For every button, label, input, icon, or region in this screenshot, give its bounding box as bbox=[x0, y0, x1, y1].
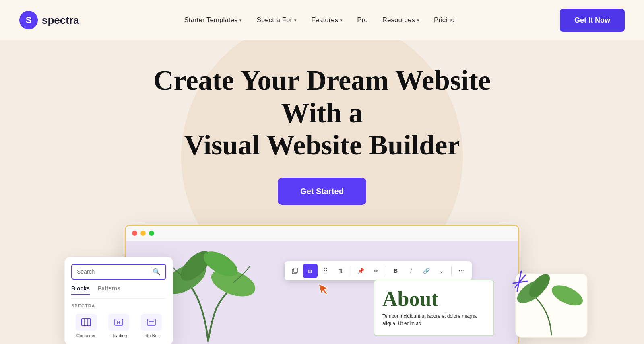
svg-rect-5 bbox=[147, 319, 155, 325]
sparkle-decoration bbox=[511, 269, 531, 295]
window-maximize-dot bbox=[149, 231, 154, 236]
window-close-dot bbox=[132, 231, 137, 236]
block-label-info-box: Info Box bbox=[143, 333, 159, 338]
blocks-tabs: Blocks Patterns bbox=[71, 285, 166, 299]
chevron-down-icon: ▾ bbox=[340, 18, 343, 23]
search-icon: 🔍 bbox=[153, 268, 161, 276]
nav-item-pricing[interactable]: Pricing bbox=[434, 16, 455, 24]
toolbar-heading-btn[interactable]: H bbox=[303, 264, 318, 278]
chevron-down-icon: ▾ bbox=[239, 18, 242, 23]
heading-icon: H bbox=[108, 314, 129, 331]
editor-toolbar: H ⠿ ⇅ 📌 ✏ B I 🔗 ⌄ ⋯ bbox=[285, 261, 472, 280]
builder-preview: 🔍 Blocks Patterns SPECTRA Containe bbox=[0, 225, 644, 344]
toolbar-divider bbox=[351, 266, 351, 276]
svg-rect-0 bbox=[82, 319, 91, 326]
search-input[interactable] bbox=[77, 268, 153, 275]
block-item-heading[interactable]: H Heading bbox=[104, 314, 133, 338]
editor-titlebar bbox=[126, 226, 518, 241]
toolbar-divider-3 bbox=[451, 266, 452, 276]
tab-blocks[interactable]: Blocks bbox=[71, 285, 90, 295]
chevron-down-icon: ▾ bbox=[417, 18, 419, 23]
nav-links: Starter Templates ▾ Spectra For ▾ Featur… bbox=[184, 16, 455, 24]
toolbar-link-btn[interactable]: 🔗 bbox=[419, 264, 433, 278]
svg-text:H: H bbox=[308, 268, 312, 274]
get-it-now-button[interactable]: Get It Now bbox=[560, 9, 625, 32]
toolbar-drag-btn[interactable]: ⠿ bbox=[318, 264, 333, 278]
about-box: About Tempor incididunt ut labore et dol… bbox=[374, 280, 494, 336]
toolbar-duplicate-btn[interactable] bbox=[288, 264, 302, 278]
toolbar-italic-btn[interactable]: I bbox=[404, 264, 418, 278]
window-minimize-dot bbox=[140, 231, 146, 236]
svg-rect-9 bbox=[294, 268, 298, 272]
svg-text:H: H bbox=[117, 320, 121, 325]
get-started-button[interactable]: Get Started bbox=[278, 178, 366, 205]
toolbar-edit-btn[interactable]: ✏ bbox=[369, 264, 383, 278]
block-label-container: Container bbox=[76, 333, 96, 338]
nav-item-pro[interactable]: Pro bbox=[357, 16, 367, 24]
hero-title: Create Your Dream Website With a Visual … bbox=[141, 64, 503, 162]
nav-item-resources[interactable]: Resources ▾ bbox=[382, 16, 419, 24]
blocks-search-box[interactable]: 🔍 bbox=[71, 264, 166, 280]
block-label-heading: Heading bbox=[111, 333, 127, 338]
logo-icon: S bbox=[19, 11, 38, 29]
tab-patterns[interactable]: Patterns bbox=[98, 285, 120, 295]
toolbar-dropdown-btn[interactable]: ⌄ bbox=[434, 264, 449, 278]
logo-text: spectra bbox=[42, 14, 79, 27]
nav-item-spectra-for[interactable]: Spectra For ▾ bbox=[256, 16, 297, 24]
container-icon bbox=[76, 314, 97, 331]
logo[interactable]: S spectra bbox=[19, 11, 79, 29]
nav-item-features[interactable]: Features ▾ bbox=[311, 16, 343, 24]
blocks-panel: 🔍 Blocks Patterns SPECTRA Containe bbox=[64, 257, 173, 344]
hero-section: Create Your Dream Website With a Visual … bbox=[0, 40, 644, 344]
nav-item-starter-templates[interactable]: Starter Templates ▾ bbox=[184, 16, 242, 24]
chevron-down-icon: ▾ bbox=[294, 18, 297, 23]
info-box-icon bbox=[141, 314, 162, 331]
block-item-info-box[interactable]: Info Box bbox=[137, 314, 166, 338]
blocks-section-label: SPECTRA bbox=[71, 303, 166, 308]
cursor-arrow bbox=[316, 280, 333, 300]
toolbar-divider-2 bbox=[386, 266, 386, 276]
toolbar-more-btn[interactable]: ⋯ bbox=[454, 264, 469, 278]
editor-content: H ⠿ ⇅ 📌 ✏ B I 🔗 ⌄ ⋯ bbox=[126, 241, 518, 344]
block-item-container[interactable]: Container bbox=[71, 314, 101, 338]
toolbar-move-btn[interactable]: ⇅ bbox=[334, 264, 348, 278]
about-title: About bbox=[382, 288, 485, 309]
editor-window: H ⠿ ⇅ 📌 ✏ B I 🔗 ⌄ ⋯ bbox=[125, 225, 519, 344]
blocks-grid: Container H Heading bbox=[71, 314, 166, 338]
navbar: S spectra Starter Templates ▾ Spectra Fo… bbox=[0, 0, 644, 40]
toolbar-bold-btn[interactable]: B bbox=[388, 264, 403, 278]
about-text: Tempor incididunt ut labore et dolore ma… bbox=[382, 313, 485, 327]
toolbar-pin-btn[interactable]: 📌 bbox=[353, 264, 368, 278]
